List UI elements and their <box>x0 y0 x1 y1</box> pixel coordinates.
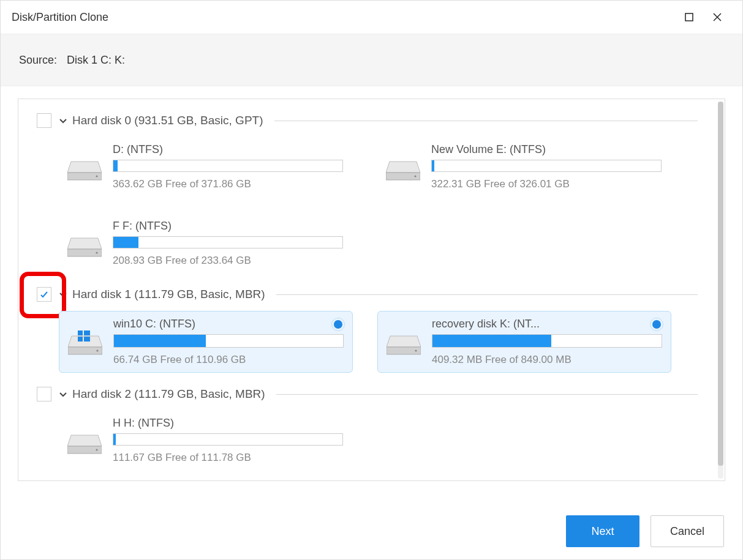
disk-checkbox[interactable] <box>37 113 51 128</box>
svg-marker-3 <box>67 162 102 173</box>
scroll-thumb[interactable] <box>718 102 723 466</box>
chevron-down-icon <box>58 289 68 299</box>
chevron-down-icon <box>58 389 68 399</box>
svg-point-14 <box>96 349 98 351</box>
expand-toggle[interactable] <box>58 389 69 399</box>
disk-icon <box>67 433 102 455</box>
disk-header: Hard disk 2 (111.79 GB, Basic, MBR) <box>37 385 698 403</box>
partition-free: 111.67 GB Free of 111.78 GB <box>113 452 344 464</box>
divider <box>274 121 698 121</box>
partition-item[interactable]: F F: (NTFS)208.93 GB Free of 233.64 GB <box>59 214 353 273</box>
titlebar: Disk/Partition Clone <box>1 1 742 34</box>
disk-body: D: (NTFS)363.62 GB Free of 371.86 GBNew … <box>37 137 698 273</box>
usage-bar <box>113 160 343 172</box>
disk-panel: Hard disk 0 (931.51 GB, Basic, GPT)D: (N… <box>18 99 725 481</box>
divider <box>276 394 698 395</box>
partition-free: 66.74 GB Free of 110.96 GB <box>113 354 344 366</box>
partition-name: F F: (NTFS) <box>113 220 296 233</box>
partition-icon <box>387 329 421 363</box>
usage-bar <box>113 334 344 348</box>
footer: Next Cancel <box>1 503 742 559</box>
disk-label: Hard disk 1 (111.79 GB, Basic, MBR) <box>72 288 265 301</box>
svg-point-11 <box>96 252 97 253</box>
disk-body: H H: (NTFS)111.67 GB Free of 111.78 GB <box>37 411 698 470</box>
svg-rect-16 <box>84 330 90 335</box>
disk-header: Hard disk 0 (931.51 GB, Basic, GPT) <box>37 111 698 130</box>
expand-toggle[interactable] <box>58 116 69 125</box>
partition-icon <box>67 154 102 189</box>
partition-name: win10 C: (NTFS) <box>113 318 297 330</box>
partition-free: 322.31 GB Free of 326.01 GB <box>431 178 663 190</box>
selected-indicator-icon <box>652 320 661 329</box>
window-title: Disk/Partition Clone <box>12 11 108 24</box>
partition-item[interactable]: New Volume E: (NTFS)322.31 GB Free of 32… <box>377 137 671 196</box>
svg-rect-17 <box>78 337 83 342</box>
partition-name: recovery disk K: (NT... <box>432 318 616 330</box>
cancel-button[interactable]: Cancel <box>651 515 724 547</box>
svg-point-24 <box>96 449 97 450</box>
expand-toggle[interactable] <box>58 289 69 299</box>
svg-point-5 <box>96 175 97 177</box>
windows-icon <box>77 329 91 343</box>
disk-label: Hard disk 2 (111.79 GB, Basic, MBR) <box>72 387 265 401</box>
usage-bar <box>113 236 343 248</box>
next-button[interactable]: Next <box>566 515 639 547</box>
partition-item[interactable]: recovery disk K: (NT...409.32 MB Free of… <box>377 311 671 373</box>
svg-marker-9 <box>67 238 102 249</box>
svg-marker-6 <box>386 162 420 173</box>
usage-bar <box>113 433 343 446</box>
check-icon <box>39 289 49 299</box>
close-button[interactable] <box>703 3 731 31</box>
usage-fill <box>113 434 116 445</box>
disk-icon <box>386 159 420 181</box>
partition-free: 363.62 GB Free of 371.86 GB <box>113 178 344 190</box>
usage-fill <box>113 160 118 171</box>
close-icon <box>713 13 722 21</box>
scrollbar[interactable] <box>718 102 723 479</box>
disk-icon <box>67 159 102 181</box>
disk-checkbox[interactable] <box>37 387 51 401</box>
svg-marker-22 <box>67 435 102 446</box>
partition-name: H H: (NTFS) <box>113 417 296 430</box>
usage-fill <box>113 237 138 248</box>
partition-icon <box>67 231 102 265</box>
partition-icon <box>386 154 420 189</box>
svg-rect-15 <box>78 330 83 335</box>
disk-icon <box>387 334 421 356</box>
disk-body: win10 C: (NTFS)66.74 GB Free of 110.96 G… <box>37 311 698 373</box>
partition-free: 409.32 MB Free of 849.00 MB <box>432 354 662 366</box>
chevron-down-icon <box>58 116 68 125</box>
usage-bar <box>432 334 662 348</box>
divider <box>276 294 698 295</box>
partition-name: D: (NTFS) <box>113 143 296 156</box>
partition-item[interactable]: D: (NTFS)363.62 GB Free of 371.86 GB <box>59 137 353 196</box>
svg-rect-18 <box>84 337 90 342</box>
svg-point-8 <box>414 175 416 177</box>
usage-bar <box>431 160 662 172</box>
partition-name: New Volume E: (NTFS) <box>431 143 615 156</box>
partition-icon <box>68 329 102 363</box>
disk-icon <box>67 236 102 258</box>
svg-rect-0 <box>685 13 693 21</box>
source-value: Disk 1 C: K: <box>67 54 125 67</box>
svg-marker-19 <box>387 336 421 347</box>
partition-icon <box>67 428 102 462</box>
source-label: Source: <box>19 54 57 67</box>
usage-fill <box>114 335 206 347</box>
maximize-button[interactable] <box>675 3 703 31</box>
disk-checkbox[interactable] <box>37 287 51 302</box>
svg-point-21 <box>415 349 417 351</box>
selected-indicator-icon <box>334 320 342 329</box>
usage-fill <box>432 160 434 171</box>
disk-label: Hard disk 0 (931.51 GB, Basic, GPT) <box>72 114 263 127</box>
maximize-icon <box>685 13 693 21</box>
disk-header: Hard disk 1 (111.79 GB, Basic, MBR) <box>37 285 698 304</box>
source-bar: Source: Disk 1 C: K: <box>1 34 742 86</box>
partition-item[interactable]: win10 C: (NTFS)66.74 GB Free of 110.96 G… <box>59 311 353 373</box>
partition-free: 208.93 GB Free of 233.64 GB <box>113 255 344 267</box>
partition-item[interactable]: H H: (NTFS)111.67 GB Free of 111.78 GB <box>59 411 353 470</box>
usage-fill <box>432 335 551 347</box>
